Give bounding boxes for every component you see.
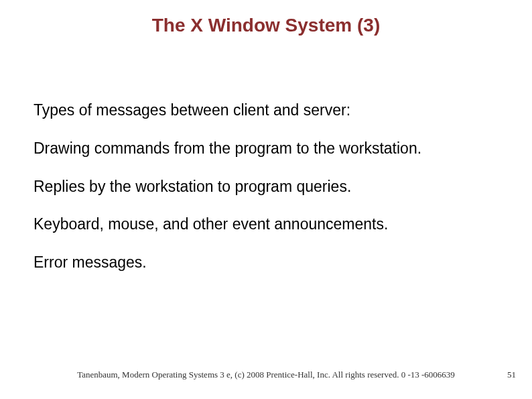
slide-body: Types of messages between client and ser…	[34, 101, 498, 291]
body-item: Drawing commands from the program to the…	[34, 139, 498, 158]
body-item: Keyboard, mouse, and other event announc…	[34, 215, 498, 234]
slide: The X Window System (3) Types of message…	[0, 0, 532, 399]
body-item: Replies by the workstation to program qu…	[34, 177, 498, 196]
slide-footer: Tanenbaum, Modern Operating Systems 3 e,…	[0, 369, 532, 380]
page-number: 51	[507, 369, 516, 380]
body-intro: Types of messages between client and ser…	[34, 101, 498, 120]
slide-title: The X Window System (3)	[0, 15, 532, 36]
body-item: Error messages.	[34, 253, 498, 272]
